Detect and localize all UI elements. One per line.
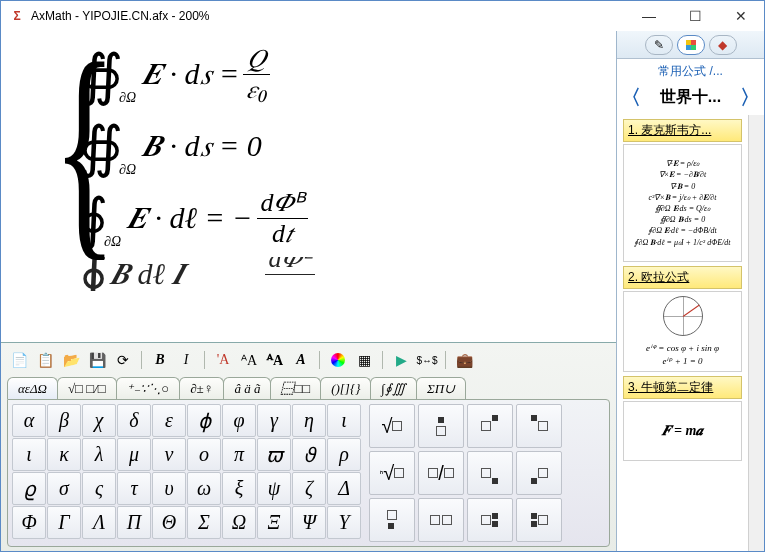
symbol-tab-2[interactable]: ⁺₋∵⋱○ [116,377,181,399]
side-item-header-2[interactable]: 3. 牛顿第二定律 [623,376,742,399]
close-button[interactable]: ✕ [718,1,764,31]
tpl-sub[interactable] [467,451,513,495]
side-tab-grid-icon[interactable] [677,35,705,55]
titlebar[interactable]: Σ AxMath - YIPOJIE.CN.afx - 200% — ☐ ✕ [1,1,764,31]
tpl-presupsub[interactable] [516,498,562,542]
equation-line-4[interactable]: ∮ 𝑩 dℓ 𝑰 d𝛷ᴱ [79,257,606,291]
side-item-header-1[interactable]: 2. 欧拉公式 [623,266,742,289]
greek-υ[interactable]: υ [152,472,186,505]
greek-γ[interactable]: γ [257,404,291,437]
side-tab-draw-icon[interactable]: ✎ [645,35,673,55]
font-a2-button[interactable]: ᴬA [237,349,261,371]
tpl-division[interactable]: / [418,451,464,495]
symbol-tab-0[interactable]: αεΔΩ [7,377,58,399]
side-item-header-0[interactable]: 1. 麦克斯韦方... [623,119,742,142]
equation-editor[interactable]: { ∯ ∂Ω 𝑬 · d𝑠 = 𝑄 𝜀₀ ∯ ∂Ω 𝑩 · d𝑠 = 0 [1,31,616,342]
greek-Ξ[interactable]: Ξ [257,506,291,539]
greek-μ[interactable]: μ [117,438,151,471]
greek-ι[interactable]: ι [12,438,46,471]
greek-ω[interactable]: ω [187,472,221,505]
nav-next-button[interactable]: 〉 [738,84,762,111]
bold-button[interactable]: B [148,349,172,371]
main-toolbar: 📄 📋 📂 💾 ⟳ B I 'A ᴬA ᴬA A ▦ [7,347,610,377]
greek-Ψ[interactable]: Ψ [292,506,326,539]
greek-φ[interactable]: φ [222,404,256,437]
symbol-tab-4[interactable]: â ä ã [223,377,271,399]
open-button[interactable]: 📂 [59,349,83,371]
font-a4-button[interactable]: A [289,349,313,371]
greek-ϕ[interactable]: ϕ [187,404,221,437]
tpl-presup[interactable] [516,404,562,448]
greek-η[interactable]: η [292,404,326,437]
greek-λ[interactable]: λ [82,438,116,471]
greek-σ[interactable]: σ [47,472,81,505]
greek-π[interactable]: π [222,438,256,471]
font-a1-button[interactable]: 'A [211,349,235,371]
greek-ρ[interactable]: ρ [327,438,361,471]
greek-ε[interactable]: ε [152,404,186,437]
run-button[interactable]: ▶ [389,349,413,371]
equation-line-1[interactable]: ∯ ∂Ω 𝑬 · d𝑠 = 𝑄 𝜀₀ [79,41,606,107]
tpl-supsub[interactable] [467,498,513,542]
palette-button[interactable]: ▦ [352,349,376,371]
greek-Δ[interactable]: Δ [327,472,361,505]
side-breadcrumb[interactable]: 常用公式 /... [617,59,764,84]
greek-ς[interactable]: ς [82,472,116,505]
tpl-nthroot[interactable]: ⁿ√ [369,451,415,495]
color-picker-button[interactable] [326,349,350,371]
greek-Υ[interactable]: Υ [327,506,361,539]
greek-Ω[interactable]: Ω [222,506,256,539]
symbol-tab-6[interactable]: ()[]{} [320,377,371,399]
symbol-tab-8[interactable]: ΣΠ∪ [416,377,466,399]
minimize-button[interactable]: — [626,1,672,31]
side-item-preview-0[interactable]: ∇·𝐄 = ρ/ε₀∇×𝐄 = −∂𝐁/∂t∇·𝐁 = 0c²∇×𝐁 = j/ε… [623,144,742,262]
greek-Λ[interactable]: Λ [82,506,116,539]
greek-α[interactable]: α [12,404,46,437]
greek-ι[interactable]: ι [327,404,361,437]
greek-κ[interactable]: κ [47,438,81,471]
tpl-sup[interactable] [467,404,513,448]
greek-Γ[interactable]: Γ [47,506,81,539]
greek-ν[interactable]: ν [152,438,186,471]
tpl-stack2[interactable] [369,498,415,542]
greek-Π[interactable]: Π [117,506,151,539]
greek-ϖ[interactable]: ϖ [257,438,291,471]
tpl-sqrt[interactable]: √ [369,404,415,448]
greek-Θ[interactable]: Θ [152,506,186,539]
greek-δ[interactable]: δ [117,404,151,437]
greek-ϱ[interactable]: ϱ [12,472,46,505]
copy-button[interactable]: 📋 [33,349,57,371]
greek-ζ[interactable]: ζ [292,472,326,505]
side-item-preview-1[interactable]: eⁱᵠ = cos φ + i sin φeⁱᵖ + 1 = 0 [623,291,742,372]
greek-τ[interactable]: τ [117,472,151,505]
greek-Φ[interactable]: Φ [12,506,46,539]
symbol-tab-3[interactable]: ∂±♀ [179,377,224,399]
equation-line-2[interactable]: ∯ ∂Ω 𝑩 · d𝑠 = 0 [79,113,606,179]
side-item-preview-2[interactable]: 𝑭 = m𝒂 [623,401,742,461]
new-doc-button[interactable]: 📄 [7,349,31,371]
greek-ξ[interactable]: ξ [222,472,256,505]
greek-ψ[interactable]: ψ [257,472,291,505]
refresh-button[interactable]: ⟳ [111,349,135,371]
greek-ο[interactable]: ο [187,438,221,471]
briefcase-button[interactable]: 💼 [452,349,476,371]
equation-line-3[interactable]: ∮ ∂Ω 𝑬 · dℓ = − d𝛷ᴮ d𝑡 [79,185,606,251]
greek-β[interactable]: β [47,404,81,437]
maximize-button[interactable]: ☐ [672,1,718,31]
font-a3-button[interactable]: ᴬA [263,349,287,371]
italic-button[interactable]: I [174,349,198,371]
tpl-presub[interactable] [516,451,562,495]
side-tab-tag-icon[interactable]: ◆ [709,35,737,55]
greek-Σ[interactable]: Σ [187,506,221,539]
symbol-tab-5[interactable]: ⿱□□ [270,377,321,399]
nav-prev-button[interactable]: 〈 [619,84,643,111]
side-scrollbar[interactable] [748,115,764,551]
toggle-latex-button[interactable]: $↔$ [415,349,439,371]
save-button[interactable]: 💾 [85,349,109,371]
symbol-tab-1[interactable]: √□ □/□ [57,377,117,399]
greek-ϑ[interactable]: ϑ [292,438,326,471]
symbol-tab-7[interactable]: ∫∮∭ [370,377,417,399]
tpl-box2[interactable] [418,498,464,542]
greek-χ[interactable]: χ [82,404,116,437]
tpl-frac-stack[interactable] [418,404,464,448]
